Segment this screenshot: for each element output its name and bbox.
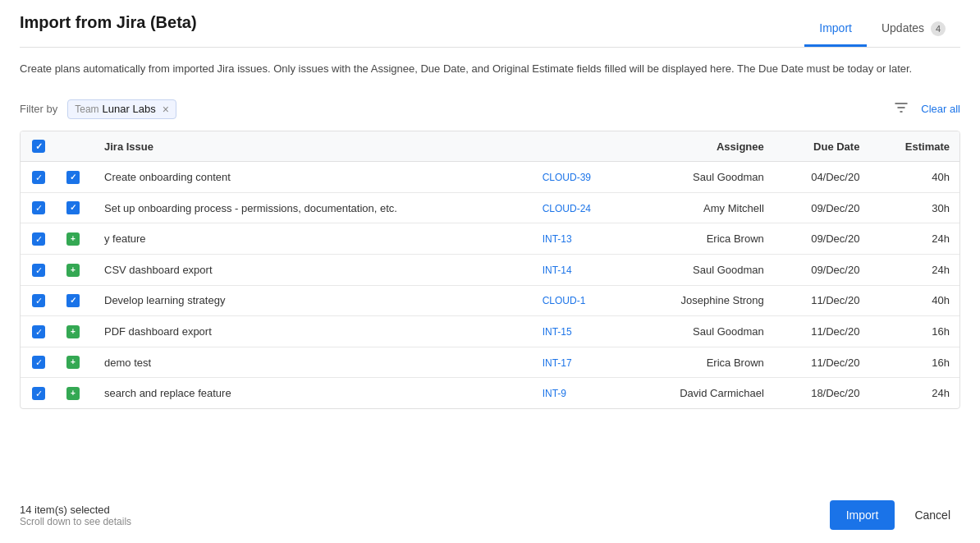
row-icon-cell: + [57,347,94,378]
header-estimate: Estimate [869,131,959,162]
table-row: +y featureINT-13Erica Brown09/Dec/2024h [21,223,959,255]
row-checkbox-cell [21,223,57,255]
row-icon-cell: + [57,378,94,408]
table-row: +search and replace featureINT-9David Ca… [21,378,959,408]
issues-table: Jira Issue Assignee Due Date Estimate ✓C… [21,131,959,408]
page-container: Import from Jira (Beta) Import Updates 4… [0,0,980,543]
header-icon-col [57,131,94,162]
import-button[interactable]: Import [830,500,895,530]
issue-link[interactable]: INT-13 [543,233,572,245]
filter-tag-value: Lunar Labs [103,103,156,115]
row-checkbox[interactable] [32,171,45,184]
row-icon-cell: ✓ [57,162,94,193]
row-icon-cell: + [57,255,94,286]
row-checkbox[interactable] [32,325,45,338]
row-checkbox[interactable] [32,201,45,214]
story-icon: + [66,356,80,369]
row-icon-cell: + [57,223,94,255]
row-assignee: Amy Mitchell [628,192,773,223]
scroll-hint: Scroll down to see details [20,516,131,527]
row-issue-id: CLOUD-1 [533,285,629,316]
row-checkbox[interactable] [32,264,45,277]
row-estimate: 24h [869,223,959,255]
row-title: Develop learning strategy [94,285,533,316]
row-estimate: 40h [869,285,959,316]
row-due-date: 09/Dec/20 [774,255,870,286]
task-icon: ✓ [66,171,80,184]
row-issue-id: INT-14 [533,255,629,286]
row-checkbox[interactable] [32,356,45,369]
issue-link[interactable]: INT-9 [543,388,566,399]
table-row: +CSV dashboard exportINT-14Saul Goodman0… [21,255,959,286]
issue-link[interactable]: CLOUD-24 [543,203,591,214]
row-assignee: Josephine Strong [628,285,773,316]
row-checkbox-cell [21,378,57,408]
row-due-date: 04/Dec/20 [774,162,870,193]
header-issue-id [533,131,629,162]
task-icon: ✓ [66,201,80,214]
filter-tag-team: Team Lunar Labs × [67,99,176,119]
row-icon-cell: ✓ [57,285,94,316]
row-checkbox-cell [21,285,57,316]
row-estimate: 24h [869,255,959,286]
row-issue-id: CLOUD-24 [533,192,629,223]
row-title: search and replace feature [94,378,533,408]
footer-info: 14 item(s) selected Scroll down to see d… [20,504,131,527]
issue-link[interactable]: INT-14 [543,265,572,276]
row-icon-cell: + [57,316,94,347]
tab-updates[interactable]: Updates 4 [867,13,960,47]
selected-count: 14 item(s) selected [20,504,131,516]
row-title: Set up onboarding process - permissions,… [94,192,533,223]
select-all-checkbox[interactable] [32,140,45,153]
row-checkbox-cell [21,347,57,378]
row-title: y feature [94,223,533,255]
table-row: ✓Create onboarding contentCLOUD-39Saul G… [21,162,959,193]
row-title: CSV dashboard export [94,255,533,286]
row-assignee: Erica Brown [628,347,773,378]
filter-options-button[interactable] [891,98,911,121]
story-icon: + [66,325,80,338]
row-checkbox-cell [21,255,57,286]
row-title: demo test [94,347,533,378]
row-checkbox[interactable] [32,387,45,400]
filter-tag-remove-icon[interactable]: × [163,103,169,116]
tabs: Import Updates 4 [804,13,960,47]
header-assignee: Assignee [628,131,773,162]
row-issue-id: INT-15 [533,316,629,347]
row-issue-id: INT-17 [533,347,629,378]
row-due-date: 18/Dec/20 [774,378,870,408]
header: Import from Jira (Beta) Import Updates 4 [0,0,980,47]
issue-link[interactable]: CLOUD-39 [543,172,591,183]
row-assignee: David Carmichael [628,378,773,408]
filter-label: Filter by [20,103,57,115]
filter-bar: Filter by Team Lunar Labs × Clear all [0,91,980,131]
tab-import[interactable]: Import [804,13,867,47]
row-estimate: 16h [869,316,959,347]
story-icon: + [66,232,80,246]
row-checkbox[interactable] [32,294,45,307]
table-header-row: Jira Issue Assignee Due Date Estimate [21,131,959,162]
row-assignee: Saul Goodman [628,255,773,286]
row-issue-id: INT-13 [533,223,629,255]
row-checkbox-cell [21,316,57,347]
issue-link[interactable]: CLOUD-1 [543,295,586,306]
row-due-date: 09/Dec/20 [774,223,870,255]
description-text: Create plans automatically from imported… [0,48,980,91]
row-estimate: 24h [869,378,959,408]
filter-icon [895,101,908,114]
row-due-date: 11/Dec/20 [774,285,870,316]
row-checkbox[interactable] [32,232,45,246]
story-icon: + [66,387,80,400]
header-jira-issue: Jira Issue [94,131,533,162]
page-title: Import from Jira (Beta) [20,13,197,32]
issue-link[interactable]: INT-17 [543,357,572,369]
issue-link[interactable]: INT-15 [543,326,572,338]
clear-all-button[interactable]: Clear all [921,103,960,115]
row-estimate: 30h [869,192,959,223]
row-icon-cell: ✓ [57,192,94,223]
footer-actions: Import Cancel [830,500,960,530]
row-title: Create onboarding content [94,162,533,193]
table-row: +demo testINT-17Erica Brown11/Dec/2016h [21,347,959,378]
cancel-button[interactable]: Cancel [904,500,960,530]
table-row: +PDF dashboard exportINT-15Saul Goodman1… [21,316,959,347]
